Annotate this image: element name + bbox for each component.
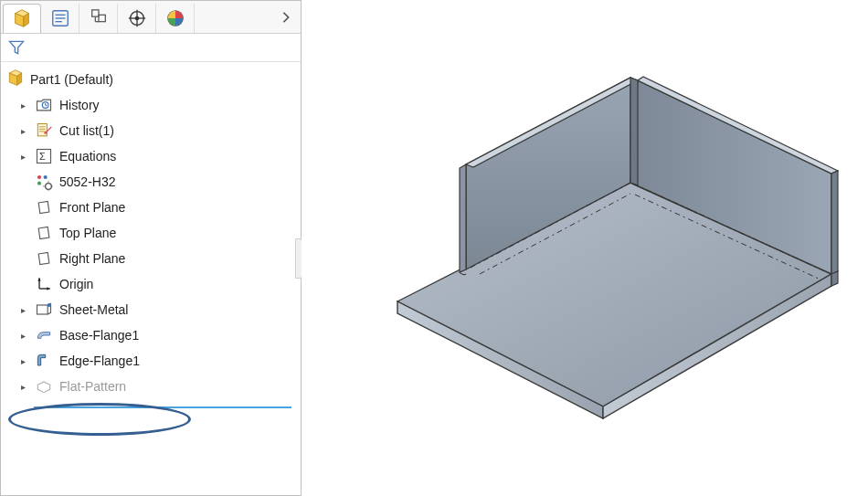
configuration-manager-icon <box>89 8 109 28</box>
tree-item-label: Cut list(1) <box>59 123 114 138</box>
svg-point-25 <box>37 182 41 185</box>
svg-rect-29 <box>37 305 48 314</box>
tree-item-label: Flat-Pattern <box>59 379 126 394</box>
dimxpert-icon <box>127 8 147 28</box>
tree-root[interactable]: Part1 (Default) <box>1 66 301 92</box>
tree-item-label: 5052-H32 <box>59 174 116 189</box>
tree-item-cutlist[interactable]: ▸ Cut list(1) <box>1 118 301 143</box>
plane-icon <box>34 197 54 217</box>
svg-point-26 <box>46 184 52 190</box>
svg-rect-4 <box>92 10 99 16</box>
chevron-right-icon <box>280 11 292 24</box>
tree-item-label: Sheet-Metal <box>59 302 128 317</box>
svg-rect-16 <box>37 124 47 136</box>
tab-feature-manager[interactable] <box>3 4 41 33</box>
expand-caret[interactable]: ▸ <box>17 382 28 392</box>
tree-item-sheet-metal[interactable]: ▸ Sheet-Metal <box>1 297 301 322</box>
tree-item-label: Top Plane <box>59 226 116 240</box>
tab-property-manager[interactable] <box>41 4 79 33</box>
tree-item-label: Edge-Flange1 <box>59 354 140 368</box>
property-manager-icon <box>50 8 70 28</box>
feature-tree-end-rule <box>34 406 291 408</box>
sheet-metal-part-model <box>356 37 868 466</box>
tabstrip-overflow[interactable] <box>273 3 299 32</box>
expand-caret[interactable]: ▸ <box>17 356 28 366</box>
equations-icon: Σ <box>34 146 54 166</box>
tree-item-label: Base-Flange1 <box>59 328 139 343</box>
filter-button[interactable] <box>6 37 26 58</box>
svg-point-24 <box>44 175 48 179</box>
tree-item-material[interactable]: ▸ 5052-H32 <box>1 169 301 195</box>
feature-manager-icon <box>12 8 32 28</box>
svg-point-23 <box>37 175 41 179</box>
svg-text:Σ: Σ <box>39 151 46 162</box>
tree-item-label: Origin <box>59 277 93 291</box>
expand-caret[interactable]: ▸ <box>17 331 28 341</box>
tree-item-label: Equations <box>59 149 116 164</box>
expand-caret[interactable]: ▸ <box>17 126 28 136</box>
tree-item-base-flange[interactable]: ▸ Base-Flange1 <box>1 322 301 348</box>
tree-item-front-plane[interactable]: ▸ Front Plane <box>1 195 301 220</box>
funnel-icon <box>7 38 26 57</box>
expand-caret[interactable]: ▸ <box>17 305 28 315</box>
svg-point-30 <box>48 303 51 307</box>
cutlist-icon <box>34 121 54 141</box>
expand-caret[interactable]: ▸ <box>17 152 28 162</box>
material-icon <box>34 172 54 192</box>
tree-item-right-plane[interactable]: ▸ Right Plane <box>1 246 301 271</box>
tree-item-origin[interactable]: ▸ Origin <box>1 271 301 297</box>
svg-line-15 <box>46 105 48 106</box>
tree-item-equations[interactable]: ▸ Σ Equations <box>1 143 301 169</box>
tree-item-label: History <box>59 98 100 112</box>
svg-point-11 <box>135 16 140 21</box>
tab-display-manager[interactable] <box>156 4 195 33</box>
origin-icon <box>34 274 54 294</box>
tree-item-top-plane[interactable]: ▸ Top Plane <box>1 220 301 246</box>
feature-manager-panel: Part1 (Default) ▸ History ▸ <box>0 0 302 496</box>
tree-item-label: Front Plane <box>59 200 125 215</box>
plane-icon <box>34 248 54 269</box>
tree-item-history[interactable]: ▸ History <box>1 92 301 118</box>
tree-item-edge-flange[interactable]: ▸ Edge-Flange1 <box>1 348 301 374</box>
sheet-metal-icon <box>34 300 54 320</box>
tree-item-flat-pattern[interactable]: ▸ Flat-Pattern <box>1 374 301 399</box>
tree-item-label: Right Plane <box>59 251 125 266</box>
display-manager-icon <box>165 8 185 28</box>
edge-flange-icon <box>34 351 54 371</box>
plane-icon <box>34 223 54 243</box>
panel-tabstrip <box>1 1 301 34</box>
flat-pattern-icon <box>34 376 54 396</box>
tab-configuration-manager[interactable] <box>79 4 118 33</box>
feature-tree: Part1 (Default) ▸ History ▸ <box>1 62 301 495</box>
graphics-viewport[interactable] <box>302 0 868 496</box>
svg-point-20 <box>44 132 47 134</box>
expand-caret[interactable]: ▸ <box>17 100 28 111</box>
base-flange-icon <box>34 325 54 345</box>
svg-rect-5 <box>99 15 105 21</box>
history-folder-icon <box>34 95 54 115</box>
tab-dimxpert[interactable] <box>118 4 156 33</box>
tree-filter-bar <box>1 34 301 62</box>
tree-root-label: Part1 (Default) <box>30 72 113 87</box>
part-icon <box>6 69 25 90</box>
